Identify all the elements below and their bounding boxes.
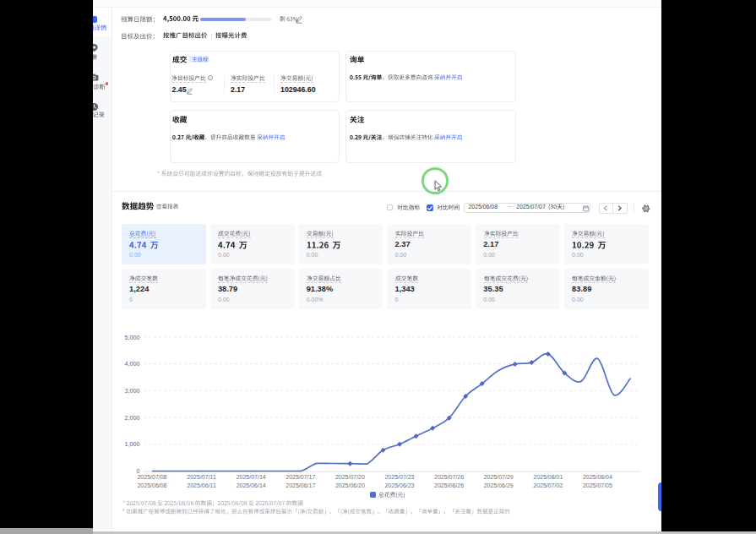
svg-text:2025/08/04: 2025/08/04 [583,474,612,480]
svg-text:2025/07/17: 2025/07/17 [286,474,315,480]
svg-text:2025/07/20: 2025/07/20 [335,474,365,480]
svg-text:2025/06/20: 2025/06/20 [335,482,365,488]
svg-text:2025/07/14: 2025/07/14 [237,474,266,480]
svg-text:2025/07/02: 2025/07/02 [533,482,563,488]
svg-text:2025/06/17: 2025/06/17 [286,482,315,488]
svg-text:2025/06/26: 2025/06/26 [434,482,464,488]
svg-text:2025/07/11: 2025/07/11 [187,474,216,480]
svg-text:2025/07/23: 2025/07/23 [384,474,414,480]
svg-text:2025/07/05: 2025/07/05 [583,482,612,488]
svg-text:2025/06/08: 2025/06/08 [137,482,166,488]
svg-text:2025/06/14: 2025/06/14 [237,482,266,488]
svg-text:4,000: 4,000 [125,360,140,368]
svg-text:1,000: 1,000 [125,440,140,448]
svg-text:2025/08/01: 2025/08/01 [533,474,563,480]
svg-text:2025/07/08: 2025/07/08 [137,474,166,480]
svg-text:3,000: 3,000 [125,387,140,395]
svg-text:2025/07/26: 2025/07/26 [434,474,464,480]
svg-text:2025/06/29: 2025/06/29 [484,482,514,488]
svg-text:2,000: 2,000 [125,414,140,422]
svg-text:2025/06/11: 2025/06/11 [187,482,216,488]
svg-text:5,000: 5,000 [125,334,140,341]
svg-text:2025/07/29: 2025/07/29 [484,474,514,480]
svg-text:2025/06/23: 2025/06/23 [384,482,414,488]
